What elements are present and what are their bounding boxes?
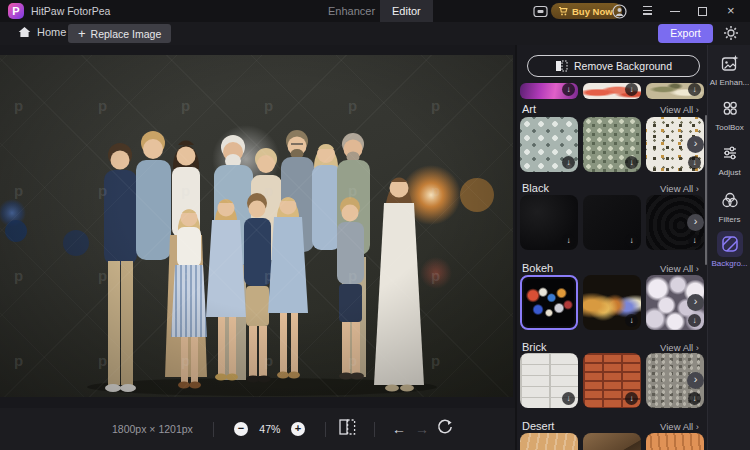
download-icon: ↓ [562, 83, 575, 96]
rail-item-filters[interactable]: Filters [708, 187, 750, 224]
row-scroll-chevron[interactable]: › [687, 214, 704, 231]
bg-thumb-desert-3[interactable] [646, 433, 704, 450]
section-label-black: Black [522, 182, 549, 194]
download-icon: ↓ [625, 314, 638, 327]
bg-thumb-desert-1[interactable] [520, 433, 578, 450]
undo-button[interactable]: ← [392, 422, 406, 436]
reset-icon[interactable] [437, 419, 453, 439]
watermark: p [14, 352, 23, 369]
download-icon: ↓ [688, 234, 701, 247]
watermark: p [98, 267, 107, 284]
family-photo-canvas: p p p p p p p p p p p p p p p p p p p p … [0, 55, 513, 397]
download-icon: ↓ [562, 392, 575, 405]
bg-thumb-partial-1[interactable]: ↓ [520, 83, 578, 99]
download-icon: ↓ [625, 234, 638, 247]
section-label-bokeh: Bokeh [522, 262, 553, 274]
watermark: p [431, 97, 440, 114]
watermark: p [264, 267, 273, 284]
tab-editor[interactable]: Editor [380, 0, 433, 22]
watermark: p [348, 267, 357, 284]
redo-button[interactable]: → [415, 422, 429, 436]
zoom-out-button[interactable]: − [234, 422, 248, 436]
row-scroll-chevron[interactable]: › [687, 136, 704, 153]
tools-rail: AI Enhan... ToolBox Adjust Filters Backg… [707, 45, 750, 450]
rail-item-ai-enhance[interactable]: AI Enhan... [708, 50, 750, 87]
watermark: p [98, 352, 107, 369]
compare-view-icon[interactable] [339, 419, 356, 439]
download-icon: ↓ [688, 314, 701, 327]
rail-item-background[interactable]: Backgro... [708, 231, 750, 268]
rail-item-adjust[interactable]: Adjust [708, 140, 750, 177]
watermark: p [431, 182, 440, 199]
view-all-bokeh[interactable]: View All › [660, 263, 699, 274]
download-icon: ↓ [562, 156, 575, 169]
watermark: p [264, 182, 273, 199]
tab-enhancer[interactable]: Enhancer [316, 0, 387, 22]
bg-thumb-bokeh-2[interactable]: ↓ [583, 275, 641, 330]
row-scroll-chevron[interactable]: › [687, 372, 704, 389]
export-button[interactable]: Export [658, 24, 713, 43]
menu-icon[interactable] [643, 6, 652, 17]
bg-thumb-art-2[interactable]: ↓ [583, 117, 641, 172]
app-title: HitPaw FotorPea [31, 5, 110, 17]
toolbox-icon [721, 99, 739, 117]
download-icon: ↓ [625, 392, 638, 405]
rail-label: Adjust [708, 168, 750, 177]
remove-background-icon [555, 60, 568, 72]
download-icon: ↓ [625, 83, 638, 96]
bg-thumb-partial-3[interactable]: ↓ [646, 83, 704, 99]
watermark: p [98, 182, 107, 199]
bg-thumb-brick-2[interactable]: ↓ [583, 353, 641, 408]
remove-background-button[interactable]: Remove Background [527, 55, 700, 77]
download-icon: ↓ [562, 234, 575, 247]
adjust-sliders-icon [721, 144, 739, 162]
settings-gear-icon[interactable] [723, 25, 739, 45]
watermark: p [348, 97, 357, 114]
watermark: p [348, 182, 357, 199]
cart-icon [558, 6, 568, 16]
rail-item-toolbox[interactable]: ToolBox [708, 95, 750, 132]
watermark: p [14, 267, 23, 284]
row-scroll-chevron[interactable]: › [687, 294, 704, 311]
watermark: p [431, 352, 440, 369]
rail-label: Filters [708, 215, 750, 224]
watermark: p [181, 352, 190, 369]
view-all-art[interactable]: View All › [660, 104, 699, 115]
close-button[interactable]: × [727, 3, 735, 19]
rail-label: ToolBox [708, 123, 750, 132]
house-icon [18, 26, 31, 38]
watermark: p [264, 97, 273, 114]
view-all-brick[interactable]: View All › [660, 342, 699, 353]
section-label-desert: Desert [522, 420, 554, 432]
view-all-desert[interactable]: View All › [660, 421, 699, 432]
maximize-button[interactable] [698, 7, 707, 16]
bg-thumb-black-1[interactable]: ↓ [520, 195, 578, 250]
plus-icon: + [78, 29, 86, 39]
watermark: p [348, 352, 357, 369]
bg-thumb-black-2[interactable]: ↓ [583, 195, 641, 250]
divider [213, 422, 214, 437]
bg-thumb-desert-2[interactable] [583, 433, 641, 450]
account-icon[interactable] [612, 4, 627, 23]
bg-thumb-partial-2[interactable]: ↓ [583, 83, 641, 99]
minimize-button[interactable] [670, 11, 680, 12]
title-bar: P HitPaw FotorPea Enhancer Editor Buy No… [0, 0, 750, 22]
bg-thumb-bokeh-1-selected[interactable] [520, 275, 578, 330]
filters-icon [721, 191, 739, 209]
image-dimensions: 1800px × 1201px [112, 423, 193, 435]
replace-image-button[interactable]: + Replace Image [68, 24, 171, 43]
view-all-black[interactable]: View All › [660, 183, 699, 194]
download-icon: ↓ [688, 392, 701, 405]
zoom-level: 47% [257, 423, 283, 435]
zoom-in-button[interactable]: + [291, 422, 305, 436]
divider [374, 422, 375, 437]
remove-background-label: Remove Background [574, 60, 672, 72]
home-button[interactable]: Home [18, 26, 66, 38]
section-label-brick: Brick [522, 341, 546, 353]
canvas-area: p p p p p p p p p p p p p p p p p p p p … [0, 45, 515, 450]
bg-thumb-art-1[interactable]: ↓ [520, 117, 578, 172]
bg-thumb-brick-1[interactable]: ↓ [520, 353, 578, 408]
feedback-icon[interactable] [533, 4, 548, 22]
watermark: p [14, 182, 23, 199]
ai-enhance-icon [721, 54, 739, 72]
